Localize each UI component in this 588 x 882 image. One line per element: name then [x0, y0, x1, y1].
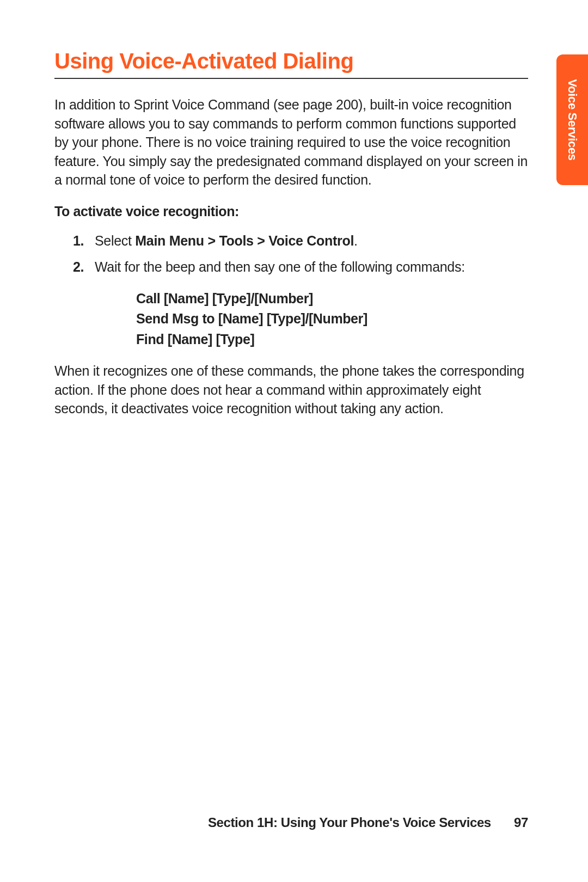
page-title: Using Voice-Activated Dialing [54, 49, 528, 79]
command-2: Send Msg to [Name] [Type]/[Number] [136, 309, 528, 329]
closing-paragraph: When it recognizes one of these commands… [54, 362, 528, 418]
subhead: To activate voice recognition: [54, 204, 528, 219]
commands-block: Call [Name] [Type]/[Number] Send Msg to … [136, 289, 528, 350]
page-footer: Section 1H: Using Your Phone's Voice Ser… [0, 815, 588, 830]
step-number: 1. [73, 231, 84, 250]
footer-section: Section 1H: Using Your Phone's Voice Ser… [208, 815, 491, 830]
step-1-path: Main Menu > Tools > Voice Control [135, 233, 354, 248]
command-1: Call [Name] [Type]/[Number] [136, 289, 528, 309]
step-2-text: Wait for the beep and then say one of th… [95, 259, 465, 274]
step-1: 1. Select Main Menu > Tools > Voice Cont… [73, 231, 528, 250]
footer-page-number: 97 [514, 815, 528, 830]
command-3: Find [Name] [Type] [136, 329, 528, 350]
intro-paragraph: In addition to Sprint Voice Command (see… [54, 95, 528, 189]
step-1-suffix: . [354, 233, 358, 248]
page-content: Using Voice-Activated Dialing In additio… [0, 0, 588, 882]
step-number: 2. [73, 258, 84, 277]
step-1-prefix: Select [95, 233, 135, 248]
step-2: 2. Wait for the beep and then say one of… [73, 258, 528, 277]
steps-list: 1. Select Main Menu > Tools > Voice Cont… [54, 231, 528, 277]
